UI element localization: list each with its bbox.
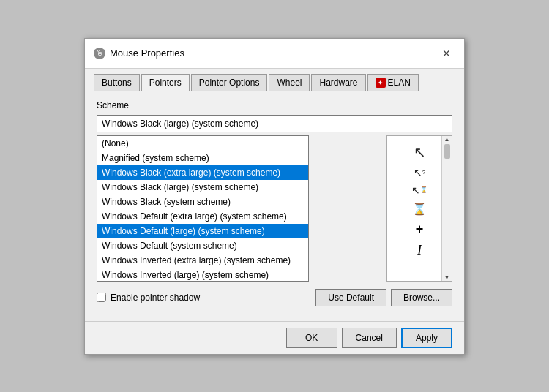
cursor-help-icon: ↖? [414, 167, 425, 178]
bottom-area: Enable pointer shadow Use Default Browse… [97, 289, 452, 306]
dropdown-item-none[interactable]: (None) [97, 136, 308, 151]
scroll-up-arrow[interactable]: ▲ [444, 136, 450, 143]
cancel-button[interactable]: Cancel [342, 328, 397, 348]
tab-buttons[interactable]: Buttons [94, 74, 140, 91]
dropdown-item-win-default[interactable]: Windows Default (system scheme) [97, 238, 308, 253]
shadow-checkbox-label: Enable pointer shadow [111, 293, 200, 303]
cursor-text-icon: I [417, 243, 422, 258]
dropdown-item-win-inv-l[interactable]: Windows Inverted (large) (system scheme) [97, 268, 308, 282]
tab-wheel[interactable]: Wheel [269, 74, 310, 91]
tab-elan-label: ELAN [388, 78, 411, 88]
use-default-button[interactable]: Use Default [315, 289, 386, 306]
tab-pointers[interactable]: Pointers [141, 74, 190, 91]
scheme-dropdown-list: (None) Magnified (system scheme) Windows… [97, 135, 309, 282]
dropdown-item-win-default-xl[interactable]: Windows Default (extra large) (system sc… [97, 209, 308, 224]
cursor-precision-icon: + [416, 222, 424, 237]
dropdown-item-win-black[interactable]: Windows Black (system scheme) [97, 195, 308, 209]
scheme-label: Scheme [97, 100, 452, 110]
browse-button[interactable]: Browse... [391, 289, 452, 306]
close-button[interactable]: ✕ [438, 45, 455, 62]
cursor-working-icon: ↖⌛ [411, 184, 427, 196]
title-bar-left: 🖱 Mouse Properties [94, 48, 184, 59]
apply-button[interactable]: Apply [401, 328, 452, 348]
tab-elan[interactable]: ✦ ELAN [367, 74, 419, 91]
elan-icon: ✦ [376, 78, 386, 88]
dropdown-item-magnified[interactable]: Magnified (system scheme) [97, 151, 308, 165]
shadow-checkbox-row: Enable pointer shadow Use Default Browse… [97, 289, 452, 306]
ok-button[interactable]: OK [286, 328, 337, 348]
dropdown-open-area: (None) Magnified (system scheme) Windows… [97, 135, 452, 282]
tab-pointer-options[interactable]: Pointer Options [191, 74, 268, 91]
dropdown-item-win-black-l[interactable]: Windows Black (large) (system scheme) [97, 180, 308, 195]
tab-content: Scheme (None) Magnified (system scheme) … [85, 91, 464, 321]
preview-scrollbar: ▲ ▼ [441, 136, 452, 281]
cursor-preview-panel: ↖ ↖? ↖⌛ ⌛ + I ▲ ▼ [386, 135, 452, 282]
dropdown-item-win-black-xl[interactable]: Windows Black (extra large) (system sche… [97, 165, 308, 180]
tab-hardware[interactable]: Hardware [311, 74, 365, 91]
scroll-thumb [444, 144, 450, 159]
mouse-icon: 🖱 [94, 48, 105, 59]
cursor-busy-icon: ⌛ [412, 202, 427, 216]
cursor-buttons: Use Default Browse... [315, 289, 452, 306]
enable-shadow-checkbox[interactable] [97, 293, 106, 302]
mouse-properties-dialog: 🖱 Mouse Properties ✕ Buttons Pointers Po… [84, 38, 465, 355]
title-bar: 🖱 Mouse Properties ✕ [85, 39, 464, 69]
tab-bar: Buttons Pointers Pointer Options Wheel H… [85, 69, 464, 91]
scheme-dropdown-wrapper: (None) Magnified (system scheme) Windows… [97, 115, 452, 132]
dialog-footer: OK Cancel Apply [85, 321, 464, 354]
cursor-icons: ↖ ↖? ↖⌛ ⌛ + I [394, 143, 445, 258]
scheme-row: (None) Magnified (system scheme) Windows… [97, 115, 452, 132]
scheme-dropdown[interactable]: (None) Magnified (system scheme) Windows… [97, 115, 452, 132]
dialog-title: Mouse Properties [110, 48, 184, 59]
dropdown-item-win-inv-xl[interactable]: Windows Inverted (extra large) (system s… [97, 253, 308, 268]
dropdown-item-win-default-l[interactable]: Windows Default (large) (system scheme) [97, 224, 308, 238]
cursor-normal-icon: ↖ [414, 143, 426, 161]
scroll-down-arrow[interactable]: ▼ [444, 274, 450, 281]
